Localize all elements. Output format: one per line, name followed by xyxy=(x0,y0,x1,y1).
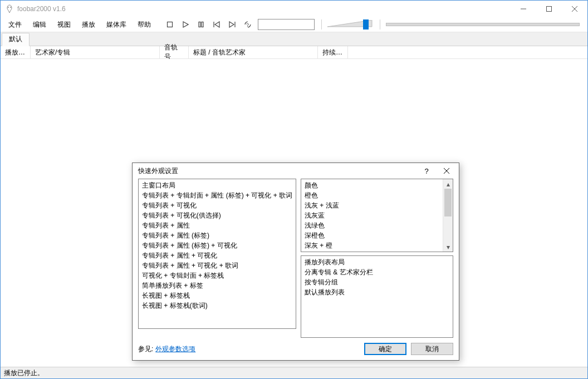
list-item[interactable]: 可视化 + 专辑封面 + 标签栈 xyxy=(142,270,292,280)
scroll-up-icon[interactable]: ▴ xyxy=(443,179,453,189)
list-item[interactable]: 专辑列表 + 可视化 xyxy=(142,200,292,210)
svg-point-0 xyxy=(8,7,9,8)
col-title[interactable]: 标题 / 音轨艺术家 xyxy=(189,46,318,58)
svg-rect-6 xyxy=(168,22,173,27)
col-playing[interactable]: 播放… xyxy=(1,46,31,58)
layout-listbox[interactable]: 主窗口布局 专辑列表 + 专辑封面 + 属性 (标签) + 可视化 + 歌词 专… xyxy=(138,179,296,329)
listbox-header: 主窗口布局 xyxy=(142,180,292,190)
appearance-options-link[interactable]: 外观参数选项 xyxy=(155,344,195,354)
menu-view[interactable]: 视图 xyxy=(52,18,76,32)
list-item[interactable]: 按专辑分组 xyxy=(305,277,449,287)
dialog-help-button[interactable]: ? xyxy=(416,164,437,178)
maximize-button[interactable] xyxy=(536,1,562,17)
close-button[interactable] xyxy=(562,1,587,17)
list-item[interactable]: 简单播放列表 + 标签 xyxy=(142,280,292,291)
color-listbox[interactable]: 颜色 橙色 浅灰 + 浅蓝 浅灰蓝 浅绿色 深橙色 深灰 + 橙 ▴ ▾ xyxy=(301,179,453,252)
dialog-titlebar[interactable]: 快速外观设置 ? xyxy=(133,163,459,179)
list-item[interactable]: 专辑列表 + 属性 + 可视化 + 歌词 xyxy=(142,260,292,270)
status-text: 播放已停止。 xyxy=(4,368,44,378)
pause-button[interactable] xyxy=(194,18,208,31)
list-item[interactable]: 浅灰 + 浅蓝 xyxy=(305,200,442,210)
scrollbar[interactable]: ▴ ▾ xyxy=(443,179,453,252)
column-headers: 播放… 艺术家/专辑 音轨号 标题 / 音轨艺术家 持续… xyxy=(1,46,587,59)
list-item[interactable]: 浅灰蓝 xyxy=(305,210,442,220)
playlist-layout-listbox[interactable]: 播放列表布局 分离专辑 & 艺术家分栏 按专辑分组 默认播放列表 xyxy=(301,255,453,338)
list-item[interactable]: 专辑列表 + 专辑封面 + 属性 (标签) + 可视化 + 歌词 xyxy=(142,190,292,200)
svg-point-1 xyxy=(10,7,11,8)
play-button[interactable] xyxy=(179,18,192,31)
list-item[interactable]: 橙色 xyxy=(305,190,442,200)
list-item[interactable]: 专辑列表 + 属性 xyxy=(142,220,292,230)
menu-file[interactable]: 文件 xyxy=(3,18,27,32)
minimize-button[interactable] xyxy=(511,1,536,17)
statusbar: 播放已停止。 xyxy=(1,367,587,378)
titlebar[interactable]: foobar2000 v1.6 xyxy=(1,1,587,17)
list-item[interactable]: 专辑列表 + 属性 + 可视化 xyxy=(142,250,292,260)
separator xyxy=(321,19,322,29)
list-item[interactable]: 长视图 + 标签栈(歌词) xyxy=(142,301,292,311)
list-item[interactable]: 专辑列表 + 可视化(供选择) xyxy=(142,210,292,220)
svg-rect-8 xyxy=(202,22,203,27)
prev-button[interactable] xyxy=(210,18,223,31)
menu-library[interactable]: 媒体库 xyxy=(101,18,132,32)
col-duration[interactable]: 持续… xyxy=(318,46,348,58)
list-item[interactable]: 专辑列表 + 属性 (标签) xyxy=(142,230,292,240)
main-window: foobar2000 v1.6 文件 编辑 视图 播放 媒体库 帮助 ? 默 xyxy=(0,0,588,379)
svg-text:?: ? xyxy=(246,22,249,28)
playlist-area: 快速外观设置 ? 主窗口布局 专辑列表 + 专辑封面 + 属性 (标签) + 可… xyxy=(1,59,587,367)
listbox-header: 颜色 xyxy=(305,180,442,190)
menu-playback[interactable]: 播放 xyxy=(76,18,101,32)
scroll-down-icon[interactable]: ▾ xyxy=(443,242,453,252)
volume-slider[interactable] xyxy=(327,19,374,30)
svg-rect-3 xyxy=(547,7,552,12)
menubar: 文件 编辑 视图 播放 媒体库 帮助 ? xyxy=(1,17,587,32)
playback-toolbar: ? xyxy=(163,18,254,31)
stop-button[interactable] xyxy=(163,18,177,31)
scroll-thumb[interactable] xyxy=(444,189,452,216)
separator xyxy=(380,19,380,29)
seealso-label: 参见: xyxy=(138,344,153,354)
col-artist[interactable]: 艺术家/专辑 xyxy=(31,46,160,58)
list-item[interactable]: 浅绿色 xyxy=(305,220,442,230)
list-item[interactable]: 深橙色 xyxy=(305,230,442,240)
list-item[interactable]: 分离专辑 & 艺术家分栏 xyxy=(305,267,449,277)
window-title: foobar2000 v1.6 xyxy=(17,5,66,13)
search-field[interactable] xyxy=(258,19,315,30)
app-icon xyxy=(5,4,14,13)
volume-thumb[interactable] xyxy=(363,19,369,29)
seek-bar[interactable] xyxy=(386,19,580,29)
tab-default[interactable]: 默认 xyxy=(2,33,30,46)
random-button[interactable]: ? xyxy=(241,18,254,31)
next-button[interactable] xyxy=(226,18,239,31)
dialog-footer: 参见: 外观参数选项 确定 取消 xyxy=(133,338,459,360)
menu-edit[interactable]: 编辑 xyxy=(27,18,52,32)
dialog-close-button[interactable] xyxy=(437,164,457,178)
svg-rect-7 xyxy=(199,22,200,27)
list-item[interactable]: 默认播放列表 xyxy=(305,287,449,297)
list-item[interactable]: 深灰 + 橙 xyxy=(305,240,442,250)
ok-button[interactable]: 确定 xyxy=(364,343,406,355)
dialog-title: 快速外观设置 xyxy=(138,166,178,176)
menu-help[interactable]: 帮助 xyxy=(132,18,156,32)
playlist-tabstrip: 默认 xyxy=(1,32,587,46)
cancel-button[interactable]: 取消 xyxy=(411,343,453,355)
col-trackno[interactable]: 音轨号 xyxy=(160,46,189,58)
quick-appearance-dialog: 快速外观设置 ? 主窗口布局 专辑列表 + 专辑封面 + 属性 (标签) + 可… xyxy=(132,163,459,361)
list-item[interactable]: 专辑列表 + 属性 (标签) + 可视化 xyxy=(142,240,292,250)
list-item[interactable]: 长视图 + 标签栈 xyxy=(142,291,292,301)
listbox-header: 播放列表布局 xyxy=(305,257,449,267)
